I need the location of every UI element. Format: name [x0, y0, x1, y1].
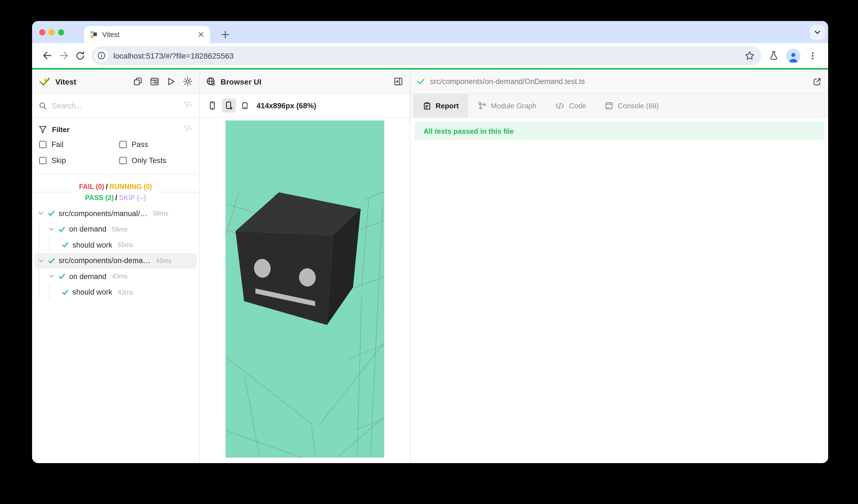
run-all-icon[interactable] — [166, 77, 176, 86]
dock-panel-icon[interactable] — [133, 77, 143, 86]
experiments-flask-icon[interactable] — [769, 51, 778, 60]
chevron-down-icon[interactable] — [48, 226, 55, 233]
pass-check-icon — [48, 210, 55, 217]
search-icon — [39, 101, 47, 110]
vitest-logo-icon — [39, 76, 50, 87]
tree-row-suite[interactable]: on demand 56ms — [34, 221, 197, 237]
test-duration: 56ms — [153, 210, 168, 217]
tree-row-test[interactable]: should work 43ms — [34, 284, 197, 300]
skip-checkbox[interactable] — [39, 157, 46, 164]
summary-line-1: FAIL (0)/RUNNING (0) — [79, 181, 152, 192]
site-info-icon[interactable] — [95, 49, 108, 63]
all-tests-passed-banner: All tests passed in this file — [415, 121, 824, 140]
preview-header: Browser UI — [200, 70, 410, 94]
chevron-down-icon[interactable] — [37, 210, 44, 217]
filter-options: Fail Pass Skip Only Tests — [32, 136, 199, 168]
filter-funnel-icon — [39, 125, 47, 133]
profile-avatar[interactable] — [786, 48, 800, 63]
window-controls[interactable] — [39, 21, 64, 43]
back-button[interactable] — [39, 47, 55, 64]
tested-component-3d-scene — [225, 120, 384, 458]
browser-toolbar: localhost:5173/#/?file=1828625563 — [32, 43, 828, 68]
preview-title: Browser UI — [221, 77, 261, 86]
url-text[interactable]: localhost:5173/#/?file=1828625563 — [113, 51, 740, 60]
chevron-down-icon[interactable] — [48, 273, 55, 280]
tree-row-file-on-demand[interactable]: src/components/on-dema… 43ms — [34, 253, 197, 269]
tab-report[interactable]: Report — [414, 94, 468, 117]
zoom-window-button[interactable] — [58, 29, 64, 35]
vitest-app: Vitest — [32, 70, 828, 463]
fail-checkbox[interactable] — [39, 141, 46, 148]
pass-checkbox[interactable] — [120, 141, 127, 148]
app-title: Vitest — [55, 77, 76, 86]
test-name: should work — [73, 288, 112, 296]
tab-title: Vitest — [102, 31, 197, 38]
filter-option-pass[interactable]: Pass — [120, 136, 200, 152]
filter-title: Filter — [52, 125, 184, 133]
tree-row-suite[interactable]: on demand 43ms — [34, 269, 197, 284]
expand-panel-icon[interactable] — [394, 77, 403, 86]
pass-check-icon — [61, 289, 69, 296]
only-tests-checkbox[interactable] — [120, 157, 127, 164]
summary-line-2: PASS (2)/SKIP (--) — [79, 192, 152, 204]
banner-text: All tests passed in this file — [424, 127, 514, 135]
bookmark-star-icon[interactable] — [745, 51, 754, 61]
browser-menu-icon[interactable] — [808, 51, 817, 60]
filter-option-only-tests[interactable]: Only Tests — [120, 152, 200, 168]
details-tabs: Report Module Graph Code Console (69) — [410, 94, 828, 118]
filter-option-fail[interactable]: Fail — [39, 136, 120, 152]
device-mobile-icon[interactable] — [208, 101, 217, 110]
fail-count: FAIL (0) — [79, 183, 104, 191]
pass-check-icon — [58, 273, 66, 280]
filter-panel: Filter Fail Pass — [32, 118, 199, 175]
reload-button[interactable] — [72, 47, 89, 64]
search-input[interactable]: Search... — [52, 101, 184, 110]
tab-console-label: Console (69) — [618, 101, 659, 110]
tab-module-graph[interactable]: Module Graph — [468, 94, 546, 117]
preview-viewport[interactable] — [200, 118, 410, 463]
file-pass-check-icon — [417, 77, 425, 86]
device-toolbar: 414x896px (68%) — [200, 94, 410, 118]
sidebar-header: Vitest — [32, 70, 199, 94]
tab-code[interactable]: Code — [546, 94, 596, 117]
tab-console[interactable]: Console (69) — [596, 94, 668, 117]
browser-tab[interactable]: Vitest — [84, 26, 210, 43]
test-duration: 43ms — [156, 258, 171, 264]
suite-name: on demand — [69, 225, 107, 233]
test-tree: src/components/manual/… 56ms on demand 5… — [32, 204, 199, 463]
new-tab-button[interactable] — [216, 26, 235, 43]
theme-toggle-icon[interactable] — [183, 77, 192, 86]
tab-report-label: Report — [435, 101, 459, 110]
tree-guide-line — [49, 237, 50, 252]
vitest-favicon-icon — [90, 30, 98, 39]
device-mobile-add-selected[interactable] — [222, 98, 236, 113]
tab-code-label: Code — [569, 101, 586, 110]
dashboard-icon[interactable] — [150, 77, 159, 86]
filter-option-skip[interactable]: Skip — [39, 152, 120, 168]
only-tests-label: Only Tests — [131, 157, 166, 165]
tab-search-button[interactable] — [810, 25, 825, 40]
test-duration: 43ms — [112, 273, 127, 280]
clear-search-filter-icon[interactable] — [184, 101, 192, 110]
viewport-size-label: 414x896px (68%) — [256, 101, 316, 110]
test-file-name: src/components/on-dema… — [59, 257, 150, 265]
clear-filter-icon[interactable] — [184, 125, 192, 134]
tree-row-file-manual[interactable]: src/components/manual/… 56ms — [34, 206, 197, 221]
pass-check-icon — [61, 241, 69, 249]
tree-row-test[interactable]: should work 55ms — [34, 237, 197, 253]
pass-check-icon — [48, 257, 55, 265]
close-window-button[interactable] — [39, 29, 45, 35]
details-pane: src/components/on-demand/OnDemand.test.t… — [410, 70, 828, 463]
close-tab-icon[interactable] — [197, 31, 205, 38]
globe-icon — [206, 77, 216, 86]
details-header: src/components/on-demand/OnDemand.test.t… — [410, 70, 828, 94]
address-bar[interactable]: localhost:5173/#/?file=1828625563 — [92, 46, 761, 65]
test-name: should work — [73, 241, 112, 249]
test-summary: FAIL (0)/RUNNING (0) PASS (2)/SKIP (--) — [32, 181, 199, 204]
minimize-window-button[interactable] — [49, 29, 55, 35]
device-small-icon[interactable] — [241, 102, 249, 110]
forward-button[interactable] — [55, 47, 72, 64]
open-external-icon[interactable] — [813, 77, 822, 86]
fail-label: Fail — [51, 140, 64, 149]
tab-strip: Vitest — [32, 21, 828, 43]
